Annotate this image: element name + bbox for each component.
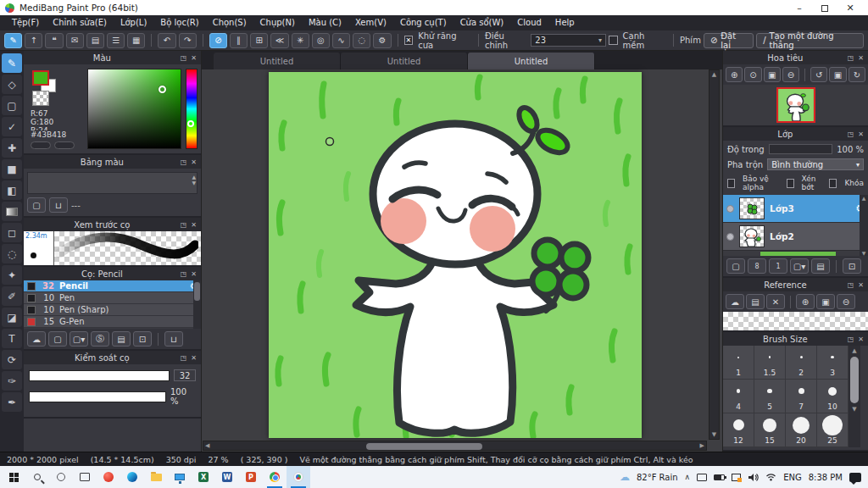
tab-untitled-2[interactable]: Untitled: [341, 53, 468, 69]
brush-duplicate-button[interactable]: ⊡: [133, 331, 152, 347]
layer-opacity-slider[interactable]: [769, 144, 833, 154]
rotate-ccw-button[interactable]: ↺: [810, 67, 827, 82]
layer-new-button[interactable]: ▢: [726, 258, 745, 274]
palette-delete-button[interactable]: ⊔: [49, 197, 68, 213]
tool-pen[interactable]: ✒: [2, 392, 22, 412]
brush-size-option[interactable]: 20: [786, 413, 817, 447]
brush-new-dropdown-button[interactable]: ▢▾: [70, 331, 88, 347]
popout-icon[interactable]: ◳: [181, 221, 187, 229]
layer-row-partial[interactable]: [760, 251, 836, 256]
close-icon[interactable]: ✕: [858, 130, 864, 138]
taskbar-app-medibang[interactable]: [287, 466, 310, 488]
wifi-icon[interactable]: [765, 473, 776, 481]
arrow-up-icon[interactable]: ▲: [862, 195, 866, 201]
brush-size-scrollbar[interactable]: ▲ ▼: [849, 346, 860, 447]
reference-zoom-out-button[interactable]: ⊖: [837, 294, 855, 309]
popout-icon[interactable]: ◳: [848, 54, 854, 62]
layer-duplicate-button[interactable]: ⊡: [843, 258, 861, 274]
menu-tools[interactable]: Công cụ(T): [393, 15, 453, 30]
color-mode-button-1[interactable]: [31, 141, 51, 149]
arrow-up-icon[interactable]: ▲: [712, 71, 716, 78]
reference-zoom-in-button[interactable]: ⊕: [796, 294, 815, 309]
close-button[interactable]: ✕: [837, 3, 863, 14]
snap-concentric-button[interactable]: ◎: [312, 33, 330, 48]
taskbar-app-this-pc[interactable]: [168, 466, 192, 488]
brush-size-value[interactable]: 32: [174, 369, 196, 381]
minimize-button[interactable]: –: [787, 3, 812, 14]
brush-size-option[interactable]: 15: [754, 413, 786, 447]
export-button[interactable]: ↑: [25, 33, 42, 48]
document-button[interactable]: ▤: [86, 33, 104, 48]
zoom-area-button[interactable]: ⊙: [744, 67, 761, 82]
menu-color[interactable]: Màu (C): [302, 15, 348, 30]
tool-eraser[interactable]: ◇: [2, 75, 22, 94]
hue-marker[interactable]: [187, 120, 194, 127]
language-indicator[interactable]: ENG: [783, 473, 802, 482]
layer-new-8bit-button[interactable]: 8: [748, 258, 766, 274]
taskbar-app-explorer[interactable]: [144, 466, 168, 488]
close-icon[interactable]: ✕: [191, 221, 197, 229]
brush-size-option[interactable]: 2: [786, 346, 817, 380]
tool-magic-wand[interactable]: ✦: [2, 265, 22, 285]
brush-new-button[interactable]: ▢: [48, 331, 67, 347]
navigator-thumbnail[interactable]: [776, 87, 815, 123]
tool-select[interactable]: ◻: [2, 223, 22, 242]
reference-content[interactable]: [723, 312, 868, 330]
snap-curve-button[interactable]: ∿: [332, 33, 350, 48]
menu-view[interactable]: Xem(V): [348, 15, 393, 30]
soft-edge-checkbox[interactable]: [609, 36, 618, 45]
tool-text[interactable]: T: [2, 329, 22, 348]
menu-cloud[interactable]: Cloud: [510, 15, 548, 30]
tab-untitled-3[interactable]: Untitled: [468, 53, 595, 69]
task-view-button[interactable]: [73, 466, 97, 488]
reference-fit-button[interactable]: ▣: [816, 294, 835, 309]
tool-select-pen[interactable]: ✐: [2, 286, 22, 306]
snap-off-button[interactable]: ⊘: [209, 33, 227, 48]
fit-view-button[interactable]: ▣: [829, 67, 846, 82]
snap-radial-button[interactable]: ✳: [292, 33, 309, 48]
brush-row-pencil[interactable]: 32 Pencil ⚙: [24, 280, 201, 292]
canvas-artwork[interactable]: [269, 72, 642, 438]
snap-parallel-button[interactable]: ∥: [230, 33, 248, 48]
palette-scroll[interactable]: ▲ ▼: [192, 174, 196, 186]
alpha-protect-checkbox[interactable]: [727, 179, 735, 188]
tool-gradient[interactable]: [2, 202, 22, 221]
brush-cloud-button[interactable]: ☁: [27, 331, 46, 347]
snap-vanishing-button[interactable]: ≪: [270, 33, 288, 48]
redo-button[interactable]: ↷: [179, 33, 197, 48]
arrow-up-icon[interactable]: ▲: [852, 347, 856, 354]
zoom-out-button[interactable]: ⊖: [782, 67, 799, 82]
popout-icon[interactable]: ◳: [181, 354, 187, 362]
brush-size-option[interactable]: 10: [817, 380, 849, 413]
close-icon[interactable]: ✕: [191, 354, 197, 362]
blend-dropdown[interactable]: Bình thường ▾: [767, 158, 864, 170]
snap-settings-button[interactable]: ⚙: [373, 33, 391, 48]
menu-edit[interactable]: Chỉnh sửa(E): [46, 15, 114, 30]
arrow-right-icon[interactable]: ▶: [700, 442, 704, 449]
popout-icon[interactable]: ◳: [848, 130, 854, 138]
taskbar-app-chrome[interactable]: [263, 466, 287, 488]
brush-delete-button[interactable]: ⊔: [164, 331, 183, 347]
reference-clear-button[interactable]: ✕: [766, 294, 785, 309]
tool-rotate-view[interactable]: ⟳: [2, 350, 22, 369]
clock[interactable]: 8:38 PM: [809, 473, 843, 482]
menu-window[interactable]: Cửa sổ(W): [453, 15, 511, 30]
taskbar-app-word[interactable]: W: [215, 466, 239, 488]
menu-filter[interactable]: Bộ lọc(R): [153, 15, 205, 30]
brush-row-gpen[interactable]: 15 G-Pen: [24, 316, 201, 328]
display-tray-icon[interactable]: [697, 474, 707, 481]
zoom-in-button[interactable]: ⊕: [726, 67, 743, 82]
saturation-value-picker[interactable]: [87, 69, 181, 149]
snap-grid-button[interactable]: ⊞: [250, 33, 268, 48]
hue-slider[interactable]: [186, 69, 198, 149]
vertical-scrollbar[interactable]: ▲ ▼: [709, 69, 720, 440]
brush-row-pen[interactable]: 10 Pen: [24, 292, 201, 304]
material-button[interactable]: ▦: [127, 33, 145, 48]
popout-icon[interactable]: ◳: [181, 158, 187, 166]
layer-row-2[interactable]: Lớp2: [723, 223, 868, 251]
scrollbar-thumb[interactable]: [194, 282, 200, 301]
tab-untitled-1[interactable]: Untitled: [214, 53, 341, 69]
brush-size-option[interactable]: 1.5: [754, 346, 786, 380]
popout-icon[interactable]: ◳: [848, 336, 854, 343]
weather-label[interactable]: 82°F Rain: [637, 473, 678, 482]
